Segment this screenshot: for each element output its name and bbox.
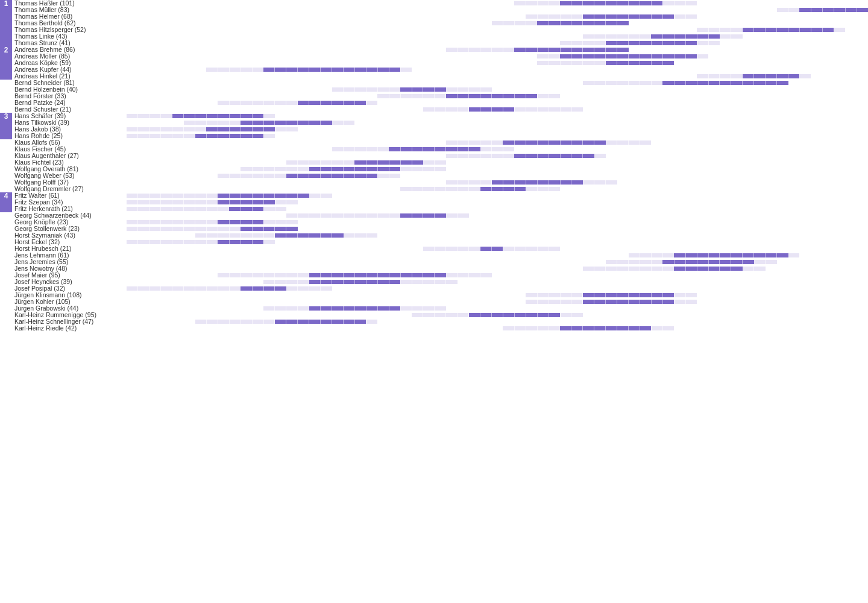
main-container: 1Thomas Häßler (101)Thomas Müller (83)Th… <box>0 0 868 332</box>
table-row: Andreas Möller (85) <box>0 53 868 60</box>
group-label <box>0 292 12 298</box>
group-label <box>0 27 12 33</box>
timeline-cell <box>127 27 868 33</box>
active-bar <box>309 280 400 284</box>
group-label <box>0 279 12 285</box>
group-label <box>0 285 12 292</box>
table-row: 4Fritz Walter (61) <box>0 192 868 199</box>
career-bg-bar <box>127 286 332 291</box>
group-label <box>0 219 12 226</box>
player-name: Andreas Hinkel (21) <box>12 73 127 80</box>
player-name: Jürgen Klinsmann (108) <box>12 292 127 298</box>
table-row: Wolfgang Overath (81) <box>0 166 868 172</box>
timeline-cell <box>127 33 868 40</box>
active-bar <box>560 326 651 330</box>
timeline-cell <box>127 93 868 99</box>
timeline-cell <box>127 139 868 146</box>
timeline-cell <box>127 219 868 226</box>
player-name: Andreas Köpke (59) <box>12 60 127 66</box>
active-bar <box>218 220 263 224</box>
group-label <box>0 13 12 20</box>
group-label <box>0 166 12 172</box>
active-bar <box>400 87 446 92</box>
active-bar <box>743 28 834 32</box>
table-row: Thomas Helmer (68) <box>0 13 868 20</box>
group-label <box>0 20 12 27</box>
group-label <box>0 259 12 265</box>
player-name: Wolfgang Weber (53) <box>12 172 127 179</box>
timeline-cell <box>127 46 868 53</box>
table-row: 2Andreas Brehme (86) <box>0 46 868 53</box>
group-label <box>0 179 12 186</box>
player-name: Thomas Helmer (68) <box>12 13 127 20</box>
table-row: Karl-Heinz Riedle (42) <box>0 325 868 332</box>
player-name: Georg Schwarzenbeck (44) <box>12 212 127 219</box>
player-name: Josef Posipal (32) <box>12 285 127 292</box>
timeline-cell <box>127 13 868 20</box>
timeline-cell <box>127 279 868 285</box>
table-row: Thomas Linke (43) <box>0 33 868 40</box>
player-name: Karl-Heinz Riedle (42) <box>12 325 127 332</box>
group-label <box>0 153 12 159</box>
table-row: Thomas Berthold (62) <box>0 20 868 27</box>
timeline-cell <box>127 119 868 126</box>
active-bar <box>560 1 662 5</box>
active-bar <box>309 273 446 277</box>
active-bar <box>583 14 674 19</box>
timeline-cell <box>127 106 868 113</box>
group-label <box>0 133 12 139</box>
group-label <box>0 86 12 93</box>
player-name: Thomas Linke (43) <box>12 33 127 40</box>
active-bar <box>503 140 605 145</box>
group-label <box>0 93 12 99</box>
timeline-cell <box>127 285 868 292</box>
table-row: Jürgen Klinsmann (108) <box>0 292 868 298</box>
active-bar <box>172 114 263 118</box>
timeline-cell <box>127 7 868 13</box>
group-label <box>0 80 12 86</box>
table-row: Karl-Heinz Rummenigge (95) <box>0 312 868 318</box>
active-bar <box>480 247 503 251</box>
active-bar <box>651 34 720 39</box>
player-name: Wolfgang Rolff (37) <box>12 179 127 186</box>
timeline-cell <box>127 179 868 186</box>
player-name: Jürgen Grabowski (44) <box>12 305 127 312</box>
timeline-cell <box>127 272 868 279</box>
player-name: Jürgen Kohler (105) <box>12 298 127 305</box>
group-label <box>0 298 12 305</box>
timeline-cell <box>127 73 868 80</box>
group-label <box>0 232 12 239</box>
active-bar <box>662 260 753 264</box>
group-label <box>0 312 12 318</box>
player-name: Horst Hrubesch (21) <box>12 245 127 252</box>
active-bar <box>286 174 377 178</box>
player-name: Bernd Schneider (81) <box>12 80 127 86</box>
table-row: Jürgen Grabowski (44) <box>0 305 868 312</box>
group-label <box>0 60 12 66</box>
table-row: Horst Eckel (32) <box>0 239 868 245</box>
table-row: Andreas Hinkel (21) <box>0 73 868 80</box>
player-name: Karl-Heinz Rummenigge (95) <box>12 312 127 318</box>
active-bar <box>674 267 743 271</box>
group-label <box>0 172 12 179</box>
timeline-cell <box>127 292 868 298</box>
active-bar <box>218 194 309 198</box>
active-bar <box>298 101 366 105</box>
timeline-cell <box>127 199 868 206</box>
timeline-cell <box>127 86 868 93</box>
player-name: Horst Eckel (32) <box>12 239 127 245</box>
active-bar <box>583 293 674 297</box>
table-row: Jens Lehmann (61) <box>0 252 868 259</box>
table-row: Andreas Köpke (59) <box>0 60 868 66</box>
active-bar <box>662 81 788 85</box>
timeline-cell <box>127 226 868 232</box>
player-name: Bernd Schuster (21) <box>12 106 127 113</box>
player-name: Andreas Möller (85) <box>12 53 127 60</box>
timeline-cell <box>127 232 868 239</box>
active-bar <box>309 306 400 311</box>
player-name: Jens Lehmann (61) <box>12 252 127 259</box>
table-row: Hans Jakob (38) <box>0 126 868 133</box>
timeline-cell <box>127 318 868 325</box>
group-label <box>0 265 12 272</box>
player-name: Georg Stollenwerk (23) <box>12 226 127 232</box>
